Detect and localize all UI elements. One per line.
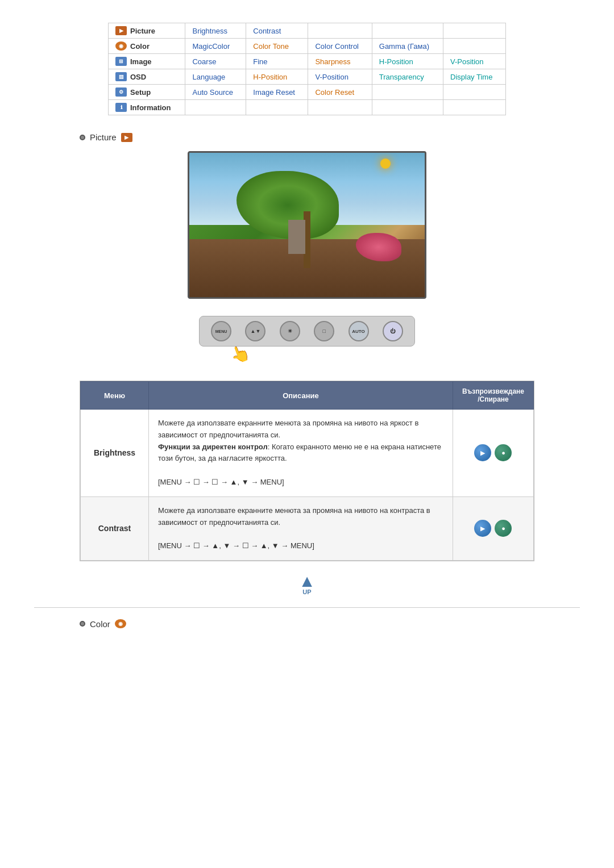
osd-label[interactable]: OSD [130,73,146,81]
nav-link-hposition-osd[interactable]: H-Position [253,73,287,81]
color-nav-icon: ◉ [115,41,127,51]
image-nav-icon: ⊞ [115,57,127,66]
table-header-row: Меню Описание Възпроизвеждане /Спиране [81,382,534,410]
desc-cell-brightness: Можете да използвате екранните менюта за… [149,410,453,497]
picture-nav-icon: ▶ [115,26,127,35]
nav-link-brightness[interactable]: Brightness [192,27,227,35]
col-header-description: Описание [149,382,453,410]
nav-link-autosource[interactable]: Auto Source [192,88,233,97]
power-button[interactable]: ⏻ [383,321,403,341]
brightness-stop-button[interactable]: ● [495,444,512,461]
osd-nav-icon: ▤ [115,72,127,81]
brightness-desc-text-1: Можете да използвате екранните менюта за… [158,419,418,439]
setup-label[interactable]: Setup [130,88,151,97]
brightness-action-buttons: ▶ ● [462,444,524,461]
auto-button[interactable]: AUTO [349,321,369,341]
nav-row-color: ◉ Color MagicColor Color Tone Color Cont… [109,39,506,54]
remote-strip: MENU ▲▼ ☀ □ AUTO ⏻ [199,316,415,347]
nav-link-colortone[interactable]: Color Tone [253,42,289,51]
nav-cell-empty-1 [308,23,372,39]
nav-link-hposition-img[interactable]: H-Position [379,57,413,66]
nav-label-information: ℹ Information [115,103,178,112]
nav-btn-icon: ▲▼ [250,328,260,334]
menu-cell-brightness: Brightness [81,410,149,497]
nav-link-coarse[interactable]: Coarse [192,57,216,66]
nav-cell-empty-6 [443,85,506,100]
nav-link-gamma[interactable]: Gamma (Гама) [379,42,429,51]
up-arrow-area: ▲ UP [34,573,580,596]
contrast-stop-button[interactable]: ● [495,520,512,537]
nav-row-picture: ▶ Picture Brightness Contrast [109,23,506,39]
section-dot-picture [80,135,85,140]
nav-row-information: ℹ Information [109,100,506,115]
nav-link-colorreset[interactable]: Color Reset [315,88,354,97]
nav-link-language[interactable]: Language [192,73,225,81]
brightness-menu-path: [MENU → ☐ → ☐ → ▲, ▼ → MENU] [158,478,284,486]
nav-label-color: ◉ Color [115,41,178,51]
navigation-table: ▶ Picture Brightness Contrast ◉ Color Ma… [108,23,506,115]
nav-label-image: ⊞ Image [115,57,178,66]
nav-cell-empty-5 [372,85,443,100]
nav-link-sharpness[interactable]: Sharpness [315,57,350,66]
setup-nav-icon: ⚙ [115,87,127,97]
information-label[interactable]: Information [130,103,171,112]
image-label[interactable]: Image [130,57,152,66]
picture-label[interactable]: Picture [130,27,155,35]
feature-table-wrapper: Меню Описание Възпроизвеждане /Спиране B… [80,381,534,561]
menu-button[interactable]: MENU [211,321,231,341]
up-arrow-container-inner: ▲ UP [298,573,316,595]
col-header-actions: Възпроизвеждане /Спиране [453,382,533,410]
info-cell-2 [246,100,308,115]
feature-table: Меню Описание Възпроизвеждане /Спиране B… [80,381,534,561]
nav-link-displaytime[interactable]: Display Time [450,73,492,81]
info-nav-icon: ℹ [115,103,127,112]
color-section-icon: ◉ [115,619,126,628]
contrast-desc-text-1: Можете да използвате екранните менюта за… [158,506,430,527]
picture-section-header: Picture ▶ [80,132,580,142]
brightness-desc-bold: Функции за директен контрол [158,443,268,451]
nav-button[interactable]: ▲▼ [245,321,265,341]
brightness-btn-icon: ☀ [288,328,292,334]
action-cell-brightness: ▶ ● [453,410,533,497]
remote-area: MENU ▲▼ ☀ □ AUTO ⏻ 👆 [199,316,415,347]
color-label[interactable]: Color [130,42,150,51]
desc-cell-contrast: Можете да използвате екранните менюта за… [149,496,453,560]
monitor-screen [188,151,426,299]
brightness-play-button[interactable]: ▶ [474,444,491,461]
contrast-menu-path: [MENU → ☐ → ▲, ▼ → ☐ → ▲, ▼ → MENU] [158,541,314,550]
section-dot-color [80,621,85,627]
nav-row-setup: ⚙ Setup Auto Source Image Reset Color Re… [109,85,506,100]
table-row-brightness: Brightness Можете да използвате екраннит… [81,410,534,497]
pagoda-decoration [288,220,305,254]
nav-cell-empty-3 [443,23,506,39]
contrast-action-buttons: ▶ ● [462,520,524,537]
menu-cell-contrast: Contrast [81,496,149,560]
nav-link-vposition-osd[interactable]: V-Position [315,73,349,81]
power-btn-icon: ⏻ [390,328,395,334]
nav-label-setup: ⚙ Setup [115,87,178,97]
nav-link-contrast[interactable]: Contrast [253,27,281,35]
nav-link-imagereset[interactable]: Image Reset [253,88,295,97]
nav-link-fine[interactable]: Fine [253,57,267,66]
nav-link-vposition-img[interactable]: V-Position [450,57,484,66]
nav-link-transparency[interactable]: Transparency [379,73,424,81]
nav-link-colorcontrol[interactable]: Color Control [315,42,359,51]
nav-cell-empty-2 [372,23,443,39]
info-cell-3 [308,100,372,115]
contrast-play-button[interactable]: ▶ [474,520,491,537]
flowers-decoration [356,233,401,261]
brightness-button[interactable]: ☀ [280,321,300,341]
up-arrow-icon: ▲ [298,573,316,590]
select-button[interactable]: □ [314,321,334,341]
nav-cell-empty-4 [443,39,506,54]
info-cell-1 [185,100,246,115]
nav-link-magiccolor[interactable]: MagicColor [192,42,230,51]
color-section-title: Color [90,619,110,629]
section-divider [34,607,580,608]
action-cell-contrast: ▶ ● [453,496,533,560]
auto-btn-label: AUTO [352,329,365,334]
nav-row-image: ⊞ Image Coarse Fine Sharpness H-Position… [109,54,506,69]
monitor-display [188,151,426,299]
col-header-menu: Меню [81,382,149,410]
nav-label-osd: ▤ OSD [115,72,178,81]
